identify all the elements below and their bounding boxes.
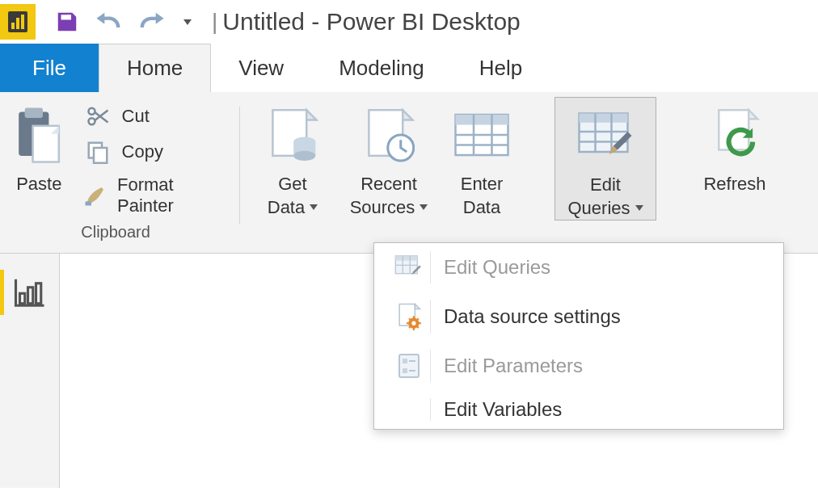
redo-icon [137,10,165,34]
enter-data-button[interactable]: Enter Data [445,97,518,219]
bar-chart-icon [14,277,46,308]
refresh-label: Refresh [703,173,765,196]
format-painter-label: Format Painter [117,174,217,216]
svg-rect-24 [395,256,417,261]
svg-rect-21 [27,288,32,304]
edit-queries-button[interactable]: Edit Queries [554,97,656,220]
format-painter-button[interactable]: Format Painter [78,173,222,218]
edit-queries-label-2: Queries [567,197,630,220]
menu-edit-queries-label: Edit Queries [444,256,550,279]
redo-button[interactable] [137,8,165,36]
recent-label-1: Recent [361,173,417,196]
ribbon-separator [239,107,240,224]
table-pencil-icon [394,254,424,280]
refresh-button[interactable]: Refresh [693,97,777,196]
svg-point-4 [88,108,95,115]
clipboard-icon [15,106,63,164]
menu-edit-variables[interactable]: Edit Variables [374,390,783,429]
svg-rect-20 [19,293,24,304]
refresh-icon [709,106,761,164]
group-clipboard-label: Clipboard [81,218,150,248]
recent-label-2: Sources [350,196,415,220]
qat-customize-button[interactable] [179,8,196,36]
svg-rect-30 [403,368,407,373]
chevron-down-icon [183,19,192,25]
menu-edit-parameters-label: Edit Parameters [444,355,583,377]
edit-queries-label-1: Edit [590,174,621,197]
ribbon-tabs: File Home View Modeling Help [0,44,818,92]
group-external-data: Get Data Recent Sources [248,97,808,253]
tab-file[interactable]: File [0,44,99,92]
table-pencil-icon [577,111,634,161]
chevron-down-icon [310,204,318,210]
cut-button[interactable]: Cut [78,102,222,131]
parameters-icon [398,353,420,379]
save-icon [55,10,79,34]
chevron-down-icon [635,205,643,211]
tab-home[interactable]: Home [99,44,211,92]
svg-rect-18 [580,114,628,123]
svg-rect-7 [94,148,107,163]
scissors-icon [86,104,110,128]
svg-rect-28 [399,355,419,377]
enter-label-2: Data [463,196,500,220]
get-data-label-1: Get [278,173,306,196]
svg-rect-22 [36,284,40,304]
svg-point-5 [88,118,95,124]
svg-rect-29 [403,359,407,363]
menu-data-source-settings-label: Data source settings [444,305,621,328]
tab-modeling[interactable]: Modeling [311,44,452,92]
menu-edit-queries[interactable]: Edit Queries [374,243,783,292]
svg-rect-8 [85,202,91,206]
svg-rect-2 [25,107,43,117]
enter-label-1: Enter [461,173,504,196]
copy-label: Copy [122,141,163,162]
table-icon [453,111,510,158]
undo-icon [95,10,123,34]
svg-rect-0 [67,15,70,19]
get-data-label-2: Data [268,196,305,220]
report-view-nav[interactable] [6,268,54,317]
app-icon [0,4,36,40]
svg-rect-16 [456,115,508,125]
save-button[interactable] [53,8,81,36]
page-gear-icon [397,303,421,330]
copy-button[interactable]: Copy [78,137,222,166]
tab-help[interactable]: Help [452,44,550,92]
paste-label: Paste [16,173,61,196]
page-cylinder-icon [267,106,318,164]
window-title: Untitled - Power BI Desktop [222,8,520,36]
menu-data-source-settings[interactable]: Data source settings [374,292,783,342]
paste-button[interactable]: Paste [10,97,69,196]
copy-icon [86,140,110,164]
menu-edit-variables-label: Edit Variables [444,398,562,421]
left-nav-rail [0,254,60,488]
quick-access-toolbar [40,8,209,36]
page-clock-icon [363,106,415,164]
bar-chart-icon [8,11,27,32]
svg-point-12 [293,151,315,161]
ribbon: Paste Cut Copy Format Painter Clipboard [0,92,818,254]
undo-button[interactable] [95,8,123,36]
title-bar: | Untitled - Power BI Desktop [0,0,818,44]
cut-label: Cut [122,106,150,127]
get-data-button[interactable]: Get Data [253,97,332,219]
tab-view[interactable]: View [211,44,311,92]
menu-edit-parameters[interactable]: Edit Parameters [374,342,783,390]
title-separator: | [209,9,222,35]
recent-sources-button[interactable]: Recent Sources [342,97,436,219]
chevron-down-icon [420,204,428,210]
edit-queries-menu: Edit Queries Data source settings Edit P… [373,242,784,430]
paintbrush-icon [83,183,108,208]
group-clipboard: Paste Cut Copy Format Painter Clipboard [10,97,231,253]
svg-point-27 [411,321,415,326]
